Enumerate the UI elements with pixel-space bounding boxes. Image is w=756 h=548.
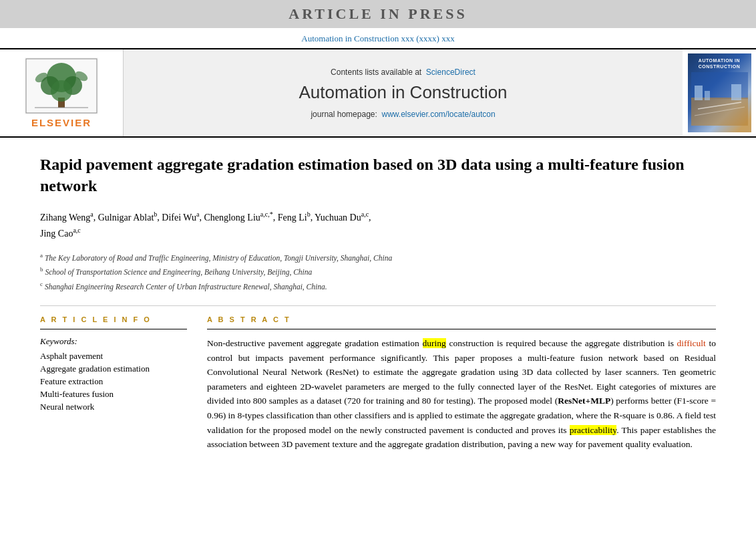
journal-homepage-link[interactable]: www.elsevier.com/locate/autcon xyxy=(381,110,495,119)
keyword-feature: Feature extraction xyxy=(40,376,187,387)
journal-homepage-line: journal homepage: www.elsevier.com/locat… xyxy=(311,110,495,119)
authors-line: Zihang Wenga, Gulnigar Ablatb, Difei Wua… xyxy=(40,209,716,241)
section-divider xyxy=(40,305,716,306)
abstract-divider xyxy=(207,329,716,329)
journal-cover-image: AUTOMATION INCONSTRUCTION xyxy=(688,53,751,132)
keyword-multifeature: Multi-features fusion xyxy=(40,389,187,400)
affiliation-c: Shanghai Engineering Research Center of … xyxy=(45,282,327,290)
affiliation-b: School of Transportation Science and Eng… xyxy=(45,268,312,276)
abstract-col: A B S T R A C T Non-destructive pavement… xyxy=(207,315,716,452)
contents-line: Contents lists available at ScienceDirec… xyxy=(331,67,476,77)
article-info-heading: A R T I C L E I N F O xyxy=(40,315,187,323)
elsevier-tree-icon xyxy=(25,57,98,114)
keyword-asphalt: Asphalt pavement xyxy=(40,351,187,362)
journal-cover-box: AUTOMATION INCONSTRUCTION xyxy=(683,49,756,136)
journal-title: Automation in Construction xyxy=(299,82,507,103)
article-in-press-banner: ARTICLE IN PRESS xyxy=(0,0,756,28)
main-content: Rapid pavement aggregate gradation estim… xyxy=(0,154,756,452)
affiliation-a: The Key Laboratory of Road and Traffic E… xyxy=(45,254,392,262)
abstract-text: Non-destructive pavement aggregate grada… xyxy=(207,336,716,452)
homepage-label: journal homepage: xyxy=(311,110,377,119)
highlight-difficult: difficult xyxy=(677,338,706,348)
elsevier-label: ELSEVIER xyxy=(31,117,91,128)
journal-info-box: Contents lists available at ScienceDirec… xyxy=(124,49,683,136)
svg-point-6 xyxy=(51,80,72,102)
keyword-aggregate: Aggregate gradation estimation xyxy=(40,364,187,374)
journal-ref-link[interactable]: Automation in Construction xxx (xxxx) xx… xyxy=(301,33,454,43)
two-column-layout: A R T I C L E I N F O Keywords: Asphalt … xyxy=(40,315,716,452)
svg-rect-16 xyxy=(731,84,741,100)
abstract-heading: A B S T R A C T xyxy=(207,315,716,323)
article-info-divider xyxy=(40,329,187,329)
svg-rect-15 xyxy=(705,91,710,100)
sciencedirect-link[interactable]: ScienceDirect xyxy=(426,67,476,77)
cover-title: AUTOMATION INCONSTRUCTION xyxy=(699,57,740,70)
keywords-label: Keywords: xyxy=(40,336,187,347)
journal-header: ELSEVIER Contents lists available at Sci… xyxy=(0,48,756,138)
model-name: ResNet+MLP xyxy=(558,396,610,406)
journal-reference: Automation in Construction xxx (xxxx) xx… xyxy=(0,31,756,48)
affiliations: a The Key Laboratory of Road and Traffic… xyxy=(40,251,716,293)
elsevier-logo-box: ELSEVIER xyxy=(0,49,124,136)
contents-text: Contents lists available at xyxy=(331,67,421,77)
keyword-neural: Neural network xyxy=(40,402,187,412)
article-info-col: A R T I C L E I N F O Keywords: Asphalt … xyxy=(40,315,187,452)
highlight-practicability: practicability xyxy=(570,425,616,435)
highlight-during: during xyxy=(423,338,446,348)
paper-title: Rapid pavement aggregate gradation estim… xyxy=(40,154,716,197)
svg-rect-14 xyxy=(695,86,703,100)
